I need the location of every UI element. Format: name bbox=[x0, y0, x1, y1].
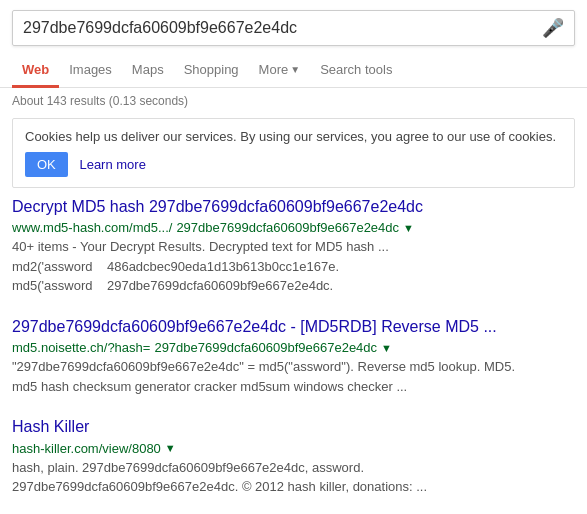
tab-maps[interactable]: Maps bbox=[122, 54, 174, 88]
result-title-3[interactable]: Hash Killer bbox=[12, 418, 89, 435]
snippet-line-3b: 297dbe7699dcfa60609bf9e667e2e4dc. © 2012… bbox=[12, 477, 575, 497]
result-title-1[interactable]: Decrypt MD5 hash 297dbe7699dcfa60609bf9e… bbox=[12, 198, 423, 215]
search-input[interactable]: 297dbe7699dcfa60609bf9e667e2e4dc bbox=[23, 19, 542, 37]
chevron-down-icon: ▼ bbox=[290, 64, 300, 75]
result-snippet-3: hash, plain. 297dbe7699dcfa60609bf9e667e… bbox=[12, 458, 575, 497]
ok-button[interactable]: OK bbox=[25, 152, 68, 177]
url-dropdown-arrow-1[interactable]: ▼ bbox=[403, 222, 414, 234]
results-info: About 143 results (0.13 seconds) bbox=[0, 88, 587, 114]
url-dropdown-arrow-3[interactable]: ▼ bbox=[165, 442, 176, 454]
cookie-text: Cookies help us deliver our services. By… bbox=[25, 129, 562, 144]
result-url-prefix-1: www.md5-hash.com/md5.../ bbox=[12, 220, 172, 235]
result-title-suffix-2: - [MD5RDB] Reverse MD5 ... bbox=[286, 318, 497, 335]
snippet-line-1a: 40+ items - Your Decrypt Results. Decryp… bbox=[12, 237, 575, 257]
result-url-3: hash-killer.com/view/8080 bbox=[12, 441, 161, 456]
snippet-line-2a: "297dbe7699dcfa60609bf9e667e2e4dc" = md5… bbox=[12, 357, 575, 377]
result-snippet-2: "297dbe7699dcfa60609bf9e667e2e4dc" = md5… bbox=[12, 357, 575, 396]
result-title-prefix-1: Decrypt MD5 hash bbox=[12, 198, 149, 215]
snippet-line-3a: hash, plain. 297dbe7699dcfa60609bf9e667e… bbox=[12, 458, 575, 478]
tab-more[interactable]: More ▼ bbox=[249, 54, 311, 88]
result-title-hash-2: 297dbe7699dcfa60609bf9e667e2e4dc bbox=[12, 318, 286, 335]
result-snippet-1: 40+ items - Your Decrypt Results. Decryp… bbox=[12, 237, 575, 296]
mic-icon[interactable]: 🎤 bbox=[542, 17, 564, 39]
result-item: 297dbe7699dcfa60609bf9e667e2e4dc - [MD5R… bbox=[12, 316, 575, 396]
snippet-line-1c: md5('assword 297dbe7699dcfa60609bf9e667e… bbox=[12, 276, 575, 296]
result-title-2[interactable]: 297dbe7699dcfa60609bf9e667e2e4dc - [MD5R… bbox=[12, 318, 497, 335]
tab-web[interactable]: Web bbox=[12, 54, 59, 88]
cookie-notice: Cookies help us deliver our services. By… bbox=[12, 118, 575, 188]
search-bar: 297dbe7699dcfa60609bf9e667e2e4dc 🎤 bbox=[12, 10, 575, 46]
result-item: Decrypt MD5 hash 297dbe7699dcfa60609bf9e… bbox=[12, 196, 575, 296]
nav-tabs: Web Images Maps Shopping More ▼ Search t… bbox=[0, 54, 587, 88]
result-url-prefix-2: md5.noisette.ch/?hash= bbox=[12, 340, 150, 355]
result-url-hash-1: 297dbe7699dcfa60609bf9e667e2e4dc bbox=[176, 220, 399, 235]
result-url-line-3: hash-killer.com/view/8080 ▼ bbox=[12, 441, 575, 456]
result-url-hash-2: 297dbe7699dcfa60609bf9e667e2e4dc bbox=[154, 340, 377, 355]
result-url-line-2: md5.noisette.ch/?hash=297dbe7699dcfa6060… bbox=[12, 340, 575, 355]
result-title-hash-1: 297dbe7699dcfa60609bf9e667e2e4dc bbox=[149, 198, 423, 215]
snippet-line-1b: md2('assword 486adcbec90eda1d13b613b0cc1… bbox=[12, 257, 575, 277]
result-item: Hash Killer hash-killer.com/view/8080 ▼ … bbox=[12, 416, 575, 496]
results-list: Decrypt MD5 hash 297dbe7699dcfa60609bf9e… bbox=[0, 196, 587, 497]
learn-more-link[interactable]: Learn more bbox=[79, 157, 145, 172]
tab-shopping[interactable]: Shopping bbox=[174, 54, 249, 88]
url-dropdown-arrow-2[interactable]: ▼ bbox=[381, 342, 392, 354]
result-url-line-1: www.md5-hash.com/md5.../297dbe7699dcfa60… bbox=[12, 220, 575, 235]
tab-images[interactable]: Images bbox=[59, 54, 122, 88]
snippet-line-2b: md5 hash checksum generator cracker md5s… bbox=[12, 377, 575, 397]
tab-search-tools[interactable]: Search tools bbox=[310, 54, 402, 88]
